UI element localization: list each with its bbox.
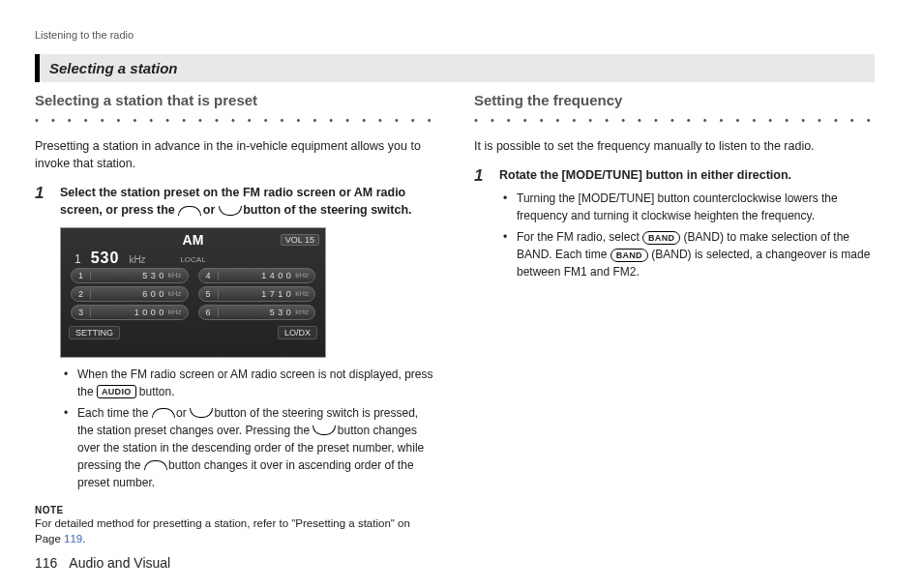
radio-current-unit: kHz (129, 254, 145, 265)
radio-setting-button: SETTING (69, 326, 120, 339)
page-footer: 116Audio and Visual (35, 555, 170, 571)
step-instruction: Select the station preset on the FM radi… (60, 184, 435, 219)
right-column: Setting the frequency • • • • • • • • • … (474, 92, 875, 547)
text: button. (136, 385, 175, 398)
left-bullet-2: • Each time the or button of the steerin… (64, 404, 435, 491)
left-intro: Presetting a station in advance in the i… (35, 137, 435, 172)
left-column: Selecting a station that is preset • • •… (35, 92, 435, 547)
radio-current-preset: 1 (74, 252, 81, 266)
radio-preset-button: 31 0 0 0kHz (71, 305, 189, 320)
radio-screen-figure: AM VOL 15 1 530 kHz LOCAL 15 3 0kHz41 4 … (60, 227, 326, 358)
band-button-icon: BAND (610, 249, 648, 262)
note-text: For detailed method for presetting a sta… (35, 515, 435, 547)
right-subheading: Setting the frequency (474, 92, 875, 108)
note-label: NOTE (35, 505, 435, 515)
text: button of the steering switch. (240, 203, 412, 217)
text: For detailed method for presetting a sta… (35, 517, 410, 545)
radio-preset-button: 26 0 0kHz (71, 286, 189, 302)
page-number: 116 (35, 555, 57, 571)
radio-preset-button: 65 3 0kHz (198, 305, 316, 320)
left-bullet-1: • When the FM radio screen or AM radio s… (64, 366, 435, 400)
right-bullet-2: • For the FM radio, select BAND (BAND) t… (503, 228, 875, 280)
section-title-bar: Selecting a station (35, 54, 875, 82)
audio-button-icon: AUDIO (97, 385, 136, 398)
steering-up-icon (178, 206, 199, 215)
dot-leader: • • • • • • • • • • • • • • • • • • • • … (474, 114, 875, 126)
page-reference-link[interactable]: 119 (64, 533, 82, 544)
left-step-1: 1 Select the station preset on the FM ra… (35, 184, 435, 494)
right-step-1: 1 Rotate the [MODE/TUNE] button in eithe… (474, 166, 875, 284)
step-number: 1 (474, 166, 491, 284)
step-instruction: Rotate the [MODE/TUNE] button in either … (499, 166, 875, 184)
step-number: 1 (35, 184, 52, 494)
steering-up-icon (144, 460, 165, 469)
dot-leader: • • • • • • • • • • • • • • • • • • • • … (35, 114, 435, 126)
steering-down-icon (219, 206, 240, 215)
right-bullet-1: • Turning the [MODE/TUNE] button counter… (503, 190, 875, 224)
radio-preset-button: 41 4 0 0kHz (198, 268, 316, 283)
steering-down-icon (313, 426, 334, 434)
band-button-icon: BAND (642, 231, 680, 245)
chapter-name: Audio and Visual (69, 555, 170, 571)
text: For the FM radio, select (517, 230, 642, 244)
radio-preset-button: 51 7 1 0kHz (198, 286, 316, 302)
right-intro: It is possible to set the frequency manu… (474, 137, 875, 155)
text: . (82, 533, 85, 544)
radio-preset-button: 15 3 0kHz (71, 268, 189, 283)
text: or (199, 203, 218, 217)
steering-down-icon (190, 408, 211, 417)
text: or (173, 406, 190, 420)
radio-band-label: AM (183, 232, 204, 248)
radio-current-freq: 530 (91, 250, 120, 267)
breadcrumb: Listening to the radio (35, 29, 875, 41)
radio-lodx-button: LO/DX (278, 326, 317, 339)
text: Turning the [MODE/TUNE] button countercl… (517, 190, 875, 224)
text: Each time the (77, 406, 152, 420)
radio-volume: VOL 15 (281, 234, 319, 246)
left-subheading: Selecting a station that is preset (35, 92, 435, 108)
steering-up-icon (152, 408, 173, 417)
